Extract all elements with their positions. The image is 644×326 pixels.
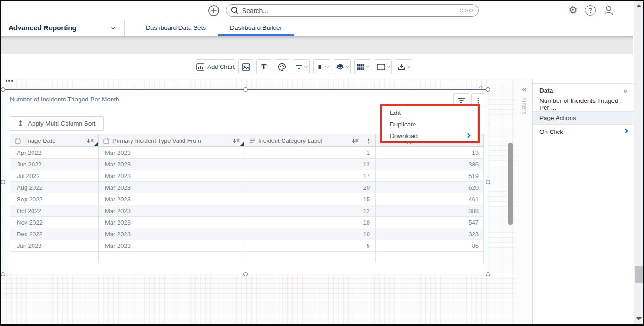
tab-label: Dashboard Builder [230,24,282,31]
builder-toolbar: Add Chart T [1,54,633,79]
table-cell: 18 [244,217,375,228]
page-scrollbar[interactable] [634,1,643,324]
table-row-empty [10,252,483,263]
search-input[interactable] [242,7,457,14]
app-surface: ⚙ ? Advanced Reporting Dashboard Data Se… [1,1,643,324]
column-label: Triage Date [24,137,55,144]
filter-lines-icon [458,98,465,103]
table-cell: 519 [375,170,484,181]
widget-drag-handle-icon[interactable] [6,80,13,82]
layers-icon [336,63,344,71]
scroll-up-arrow-icon[interactable] [636,4,642,7]
insert-text-button[interactable]: T [256,59,271,74]
create-plus-icon [208,5,220,17]
table-cell: 461 [375,193,484,205]
sidebar-section-data[interactable]: Data » [533,83,634,97]
text-lines-icon [249,138,255,143]
table-cell: 12 [244,159,375,170]
context-menu: Edit Duplicate Download [382,106,478,141]
grid-options-button[interactable] [354,59,371,74]
section-label: Data [539,87,553,94]
canvas-scrollbar-thumb[interactable] [508,143,513,225]
table-row: Dec 2022 Mar 2023 10 323 [10,228,483,240]
chevron-down-icon [406,64,410,68]
column-header-triage-date[interactable]: Triage Date [10,134,98,146]
menu-item-label: Duplicate [390,121,416,128]
filter-options-button[interactable] [293,59,310,74]
table-cell: Nov 2022 [10,217,98,228]
layout-icon [377,64,385,70]
table-cell: Mar 2023 [98,217,244,228]
menu-item-download[interactable]: Download [382,130,477,142]
page-scrollbar-thumb[interactable] [635,266,643,283]
table-row: Nov 2022 Mar 2023 18 547 [10,217,483,228]
table-row: Sep 2022 Mar 2023 15 461 [10,193,483,205]
sidebar-item-dataset[interactable]: Number of Incidents Triaged Per ... [533,97,634,112]
insert-image-button[interactable] [238,59,253,74]
theme-palette-button[interactable] [275,59,289,74]
export-options-button[interactable] [395,59,412,74]
table-cell: Mar 2023 [98,193,244,205]
table-cell: Jun 2022 [10,159,98,170]
table-cell [10,252,98,263]
dataset-label: Number of Incidents Triaged Per ... [539,97,627,111]
table-cell: 15 [244,193,375,205]
annotation-highlight-box: Edit Duplicate Download [380,104,480,143]
selection-handle[interactable] [243,272,248,276]
table-cell: Dec 2022 [10,228,98,240]
column-kebab-menu-icon[interactable]: ⋮ [366,137,372,144]
menu-item-duplicate[interactable]: Duplicate [382,119,477,130]
filter-lines-icon [296,64,303,70]
table-cell: Oct 2022 [10,205,98,216]
selection-handle[interactable] [1,87,5,92]
table-cell: 85 [375,240,484,251]
calendar-icon [15,138,21,144]
sidebar-section-page-actions[interactable]: Page Actions [533,112,634,125]
selection-handle[interactable] [486,87,490,92]
settings-gear-icon[interactable]: ⚙ [568,5,578,15]
apply-multi-column-sort-button[interactable]: Apply Multi-Column Sort [10,116,104,131]
tab-label: Dashboard Data Sets [146,24,206,31]
align-options-button[interactable] [313,59,330,74]
user-icon[interactable] [603,5,614,16]
chevrons-right-icon[interactable]: » [624,86,627,94]
selection-handle[interactable] [486,272,490,276]
help-icon[interactable]: ? [585,5,596,16]
menu-item-edit[interactable]: Edit [382,107,477,119]
layout-options-button[interactable] [375,59,392,74]
table-cell: Mar 2023 [98,228,244,240]
sort-icon[interactable] [352,138,359,143]
selection-handle[interactable] [1,180,5,184]
on-click-label: On Click [539,128,563,135]
sidebar-item-on-click[interactable]: On Click [533,125,634,139]
tab-dashboard-data-sets[interactable]: Dashboard Data Sets [134,20,218,36]
column-header-incident-category-label[interactable]: Incident Category Label ⋮ [244,134,375,146]
tab-list: Dashboard Data Sets Dashboard Builder [134,20,294,36]
layers-options-button[interactable] [334,59,351,74]
chevrons-left-icon[interactable]: « [522,86,526,93]
selection-handle[interactable] [243,87,248,92]
filters-strip: « Filters [516,79,532,324]
tab-dashboard-builder[interactable]: Dashboard Builder [218,20,294,36]
table-cell: 10 [244,228,375,240]
create-button[interactable] [208,5,220,17]
search-options-icon[interactable] [460,9,473,12]
filters-strip-label[interactable]: Filters [521,97,527,115]
table-cell: Sep 2022 [10,193,98,205]
scroll-down-arrow-icon[interactable] [636,317,642,320]
image-icon [242,63,250,71]
table-cell: 1 [244,147,375,158]
add-chart-button[interactable]: Add Chart [196,59,235,74]
column-header-primary-incident-type-valid-from[interactable]: Primary Incident Type Valid From [98,134,244,146]
column-resize-corner [93,142,98,146]
table-cell: Mar 2023 [98,147,244,158]
table-row: Jun 2022 Mar 2023 12 386 [10,159,483,170]
table-cell: Mar 2023 [98,170,244,181]
column-resize-corner [239,142,244,146]
table-cell: Mar 2023 [98,240,244,251]
app-menu-dropdown[interactable]: Advanced Reporting [1,20,125,36]
selection-handle[interactable] [1,272,5,276]
chevron-right-icon [624,129,628,133]
table-cell: Mar 2023 [98,182,244,193]
selection-handle[interactable] [486,180,490,184]
